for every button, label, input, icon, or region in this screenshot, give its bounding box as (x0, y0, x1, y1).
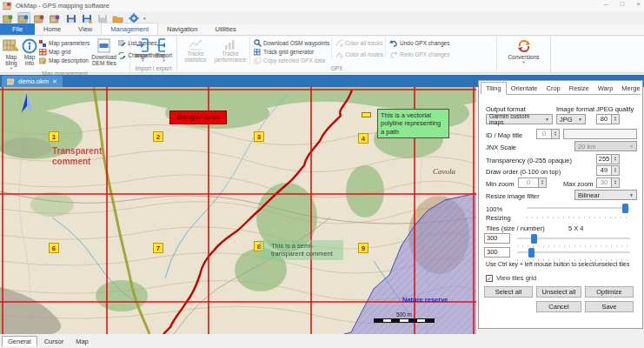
unselect-all-button[interactable]: Unselect all (536, 286, 581, 298)
map-new-icon[interactable] (2, 12, 15, 24)
map-parameters-button[interactable]: Map parameters (39, 39, 90, 47)
draw-order-label: Draw order (0-100 on top) (486, 168, 561, 176)
jpeg-quality-label: JPEG quality (596, 105, 634, 113)
copy-gpx-data-button[interactable]: Copy selected GPX data (254, 57, 329, 64)
panel-tab-merge[interactable]: Merge (617, 83, 644, 94)
download-dem-button[interactable]: Download DEM files (91, 37, 116, 67)
save-button[interactable]: Save (585, 301, 634, 312)
export-button[interactable]: Export▼ (155, 37, 175, 62)
cancel-button[interactable]: Cancel (536, 301, 581, 312)
map-recent-icon[interactable] (33, 12, 46, 24)
north-arrow-icon (16, 91, 38, 114)
tile-height-input[interactable]: 300 (484, 247, 510, 258)
tiles-size-label: Tiles (size / number) (486, 224, 545, 232)
tab-close-icon[interactable]: ✕ (52, 78, 57, 85)
map-id-spinner[interactable]: 0▲▼ (536, 129, 560, 139)
status-tab-general[interactable]: General (2, 336, 37, 346)
optimize-button[interactable]: Optimize (585, 286, 634, 298)
tab-home[interactable]: Home (35, 23, 70, 35)
resize-slider[interactable] (527, 203, 629, 213)
undo-gpx-button[interactable]: Undo GPX changes (389, 39, 449, 47)
map-file-icon (7, 78, 15, 85)
resize-filter-select[interactable]: Bilinear▼ (574, 190, 637, 200)
color-all-tracks-button[interactable]: Color all tracks (335, 39, 383, 47)
tile-number-1[interactable]: 1 (49, 131, 59, 142)
panel-tab-warp[interactable]: Warp (594, 83, 618, 94)
draw-order-spinner[interactable]: 49▲▼ (596, 165, 620, 176)
close-icon[interactable]: × (636, 0, 641, 8)
tile-number-3[interactable]: 3 (254, 131, 264, 142)
map-title-input[interactable] (563, 129, 637, 139)
color-all-routes-button[interactable]: Color all routes (335, 50, 383, 58)
select-all-button[interactable]: Select all (484, 286, 533, 298)
output-format-select[interactable]: Garmin custom maps▼ (486, 114, 553, 124)
map-canvas[interactable]: 1 2 3 4 6 7 8 9 Danger area This is a ve… (0, 87, 476, 334)
title-bar: OkMap - GPS mapping software – □ × (0, 0, 644, 11)
tile-number-2[interactable]: 2 (153, 131, 163, 142)
panel-tab-resize[interactable]: Resize (565, 83, 594, 94)
conversions-button[interactable]: Conversions▼ (504, 37, 544, 64)
spin-down-icon: ▼ (614, 119, 616, 123)
jnx-scale-select[interactable]: 20 km▼ (574, 141, 637, 151)
group-map-management: Map tiling▼ Map info Map parameters Map … (0, 37, 130, 72)
track-grid-generator-button[interactable]: Track grid generator (254, 48, 329, 56)
tab-navigation[interactable]: Navigation (158, 23, 206, 35)
import-button[interactable]: Import▼ (133, 37, 153, 62)
tab-file[interactable]: File (0, 23, 35, 35)
tile-number-6[interactable]: 6 (49, 243, 59, 253)
tile-number-4[interactable]: 4 (358, 133, 368, 144)
redo-gpx-button[interactable]: Redo GPX changes (389, 50, 449, 58)
min-zoom-spinner[interactable]: 0▲▼ (518, 177, 547, 188)
map-tiling-button[interactable]: Map tiling▼ (3, 37, 20, 70)
save-icon[interactable] (64, 12, 77, 24)
map-grid-button[interactable]: Map grid (39, 48, 90, 56)
tiling-panel: Tiling Orientate Crop Resize Warp Merge … (478, 80, 643, 329)
max-zoom-spinner[interactable]: 30▲▼ (596, 177, 620, 188)
save-as-icon[interactable] (80, 12, 93, 24)
view-tiles-grid-checkbox[interactable]: ✓ View tiles grid (486, 274, 536, 282)
map-grid-icon (39, 49, 47, 56)
tile-height-slider[interactable] (517, 247, 630, 258)
tile-width-input[interactable]: 300 (484, 233, 510, 244)
jpeg-quality-spinner[interactable]: 80▲▼ (596, 114, 620, 124)
transparency-spinner[interactable]: 255▲▼ (596, 154, 620, 164)
transparency-label: Transparency (0-255 opaque) (486, 157, 572, 164)
tab-management[interactable]: Management (101, 23, 158, 35)
color-tracks-icon (335, 39, 343, 47)
waypoint-marker-icon[interactable] (362, 112, 371, 117)
map-favorites-icon[interactable] (49, 12, 62, 24)
image-format-select[interactable]: JPG▼ (556, 114, 586, 124)
map-open-icon[interactable] (17, 12, 30, 24)
status-tab-cursor[interactable]: Cursor (39, 337, 70, 346)
select-tiles-hint: Use Ctrl key + left mouse button to sele… (486, 261, 629, 267)
tracks-statistics-button[interactable]: Tracks statistics (180, 37, 211, 64)
panel-tab-orientate[interactable]: Orientate (507, 83, 542, 94)
maximize-icon[interactable]: □ (620, 0, 624, 8)
map-description-button[interactable]: Map description (39, 57, 90, 64)
tile-height-slider-thumb[interactable] (528, 248, 534, 258)
map-description-icon (39, 57, 47, 64)
tile-number-9[interactable]: 9 (358, 243, 368, 253)
panel-tab-tiling[interactable]: Tiling (481, 82, 507, 95)
tracks-performance-button[interactable]: Tracks performance (213, 37, 248, 64)
tile-width-slider[interactable] (517, 233, 630, 244)
caret-down-icon: ▼ (578, 118, 582, 121)
image-format-label: Image format (556, 105, 594, 113)
qat-dropdown-icon[interactable]: ▼ (143, 17, 146, 20)
spin-down-icon: ▼ (614, 171, 616, 174)
panel-tab-crop[interactable]: Crop (542, 83, 565, 94)
jnx-scale-label: JNX Scale (486, 144, 516, 151)
map-info-button[interactable]: Map info (22, 37, 37, 67)
place-label-cavola: Cavola (433, 167, 455, 176)
tab-view[interactable]: View (70, 23, 101, 35)
download-osm-waypoints-button[interactable]: Download OSM waypoints (254, 39, 329, 47)
tile-width-slider-thumb[interactable] (531, 234, 537, 244)
resize-slider-thumb[interactable] (622, 204, 628, 213)
minimize-icon[interactable]: – (604, 0, 607, 8)
tile-number-7[interactable]: 7 (153, 243, 163, 253)
status-tab-map[interactable]: Map (70, 337, 94, 346)
output-format-label: Output format (486, 105, 526, 113)
document-tab-demo[interactable]: demo.okm ✕ (2, 76, 63, 87)
tab-utilities[interactable]: Utilities (206, 23, 244, 35)
app-title: OkMap - GPS mapping software (16, 2, 110, 10)
